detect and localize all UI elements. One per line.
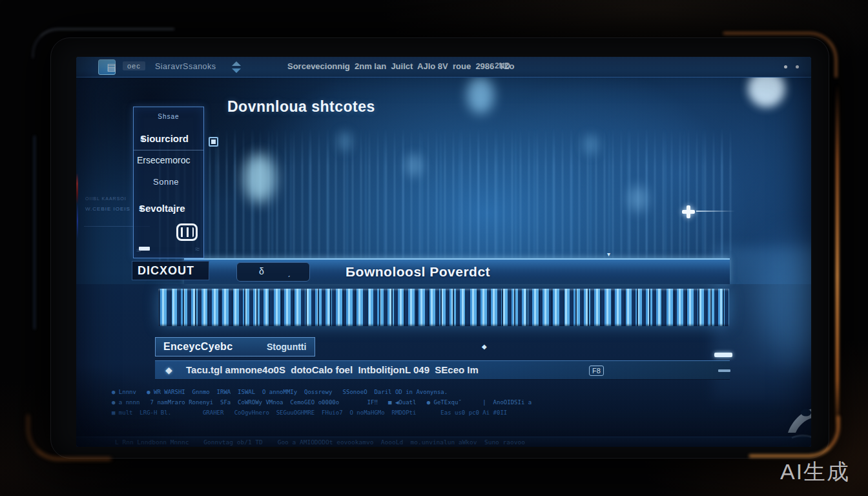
decor-glyph: ≈ — [195, 244, 200, 254]
audio-waveform[interactable] — [158, 289, 729, 326]
page-title: Dovnnloua shtcotes — [227, 98, 375, 116]
status-row[interactable]: ◆ Tacu.tgl amnone4o0S dotoCalo foel Intb… — [155, 360, 730, 380]
sidebar-footer-label: DICXOUT — [138, 264, 194, 278]
app-icon[interactable]: ▤ — [98, 59, 116, 75]
menu-item-left[interactable]: SiaravrSsanoks — [155, 62, 216, 71]
detail-row: ● Lnnnv ● WR WARSHI Gnnmo IRWA ISWAL O a… — [112, 387, 758, 397]
sidebar-footer-box[interactable]: DICXOUT — [132, 261, 209, 280]
menu-chip[interactable]: oec — [123, 61, 145, 70]
tab-stoguntti[interactable]: Stoguntti — [267, 342, 306, 352]
bottom-status-text: L Rnn Lnndbonn Mnnnc Gonnvtag ob/1 TD Go… — [115, 439, 525, 446]
sidebar-header: Shsae — [134, 113, 203, 120]
menu-item-right[interactable]: 2ND — [495, 61, 510, 70]
bezel-rim-glow-left — [34, 136, 36, 329]
bokeh-blob — [467, 76, 494, 114]
waveform-streaks-background — [159, 127, 735, 269]
detail-text-block: ● Lnnnv ● WR WARSHI Gnnmo IRWA ISWAL O a… — [112, 387, 758, 418]
menu-items[interactable]: Sorcevecionnig 2nm lan Juilct AJlo 8V ro… — [287, 61, 514, 71]
sidebar-item-label: Sevoltajre — [139, 203, 185, 214]
detail-row: ● a nnnn 7 namMraro Ronenyi SFa CoWROWy … — [112, 397, 758, 408]
detail-row: ■ mult LRG-H Bl. GRAHER CoOgvHnero SEGuu… — [112, 408, 758, 418]
status-badge: F8 — [589, 366, 604, 376]
transport-tab[interactable]: δ ˏ — [236, 262, 310, 282]
cursor-trail-line — [696, 211, 735, 212]
app-screen: ▤ oec SiaravrSsanoks Sorcevecionnig 2nm … — [76, 57, 811, 447]
sidebar-item-label: Sonne — [153, 177, 179, 187]
faint-side-text: W.CEBIE IOEIS — [85, 206, 130, 212]
eye-swoosh-logo — [785, 403, 811, 444]
note-glyph-icon: δ — [259, 266, 264, 276]
down-marker-icon: ▾ — [607, 251, 610, 258]
diamond-marker-icon: ◆ — [482, 343, 487, 350]
bars-icon[interactable] — [176, 223, 198, 241]
bright-dash-indicator[interactable] — [714, 353, 732, 357]
sidebar-panel: Shsae +Siourciord Ersecemoroc Sonne +Sev… — [133, 107, 204, 258]
faint-side-text: OIIBL KAARSOI — [85, 196, 127, 201]
sidebar-item-label: Ersecemoroc — [137, 155, 190, 165]
status-diamond-icon: ◆ — [165, 365, 172, 375]
top-menu-bar: ▤ oec SiaravrSsanoks Sorcevecionnig 2nm … — [76, 57, 811, 78]
app-icon-glyph: ▤ — [107, 60, 116, 74]
edge-stripe-red — [76, 173, 78, 204]
sidebar-divider — [134, 150, 203, 150]
tab-enceyccyebc[interactable]: EnceycCyebc — [163, 341, 232, 353]
photo-background: ▤ oec SiaravrSsanoks Sorcevecionnig 2nm … — [0, 0, 868, 496]
section-title: Бownoloosl Poverdct — [346, 264, 490, 280]
small-dash-indicator[interactable] — [718, 369, 730, 372]
comma-glyph-icon: ˏ — [287, 267, 291, 277]
plus-cursor-icon — [682, 205, 695, 218]
status-text: Tacu.tgl amnone4o0S dotoCalo foel Intbol… — [186, 364, 479, 375]
bottom-status-bar: L Rnn Lnndbonn Mnnnc Gonnvtag ob/1 TD Go… — [76, 437, 811, 447]
tabs-bar: EnceycCyebc Stoguntti — [155, 337, 315, 356]
decor-glyph: ≈ — [136, 245, 141, 255]
sidebar-item-label: Siourciord — [140, 133, 189, 144]
edge-stripe-blue — [77, 203, 78, 239]
checkbox-icon[interactable] — [209, 137, 218, 147]
sort-updown-icon[interactable] — [231, 61, 242, 73]
window-controls[interactable] — [784, 65, 806, 70]
bezel-rim-glow-right — [836, 84, 839, 433]
ai-watermark: AI生成 — [780, 457, 850, 487]
